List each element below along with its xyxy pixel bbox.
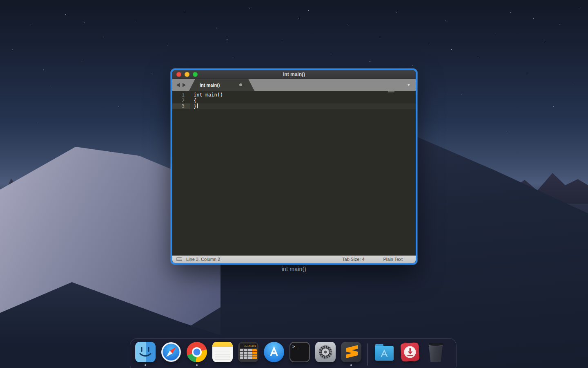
sublime-window: int main() int main() ▼ 1int main() 2{ 3… xyxy=(171,69,417,265)
window-titlebar[interactable]: int main() xyxy=(172,70,416,79)
tab-size-label[interactable]: Tab Size: 4 xyxy=(342,257,364,262)
trash-icon xyxy=(428,343,443,362)
terminal-icon: >_ xyxy=(290,342,310,362)
safari-icon xyxy=(161,342,181,362)
code-text: { xyxy=(194,98,196,103)
dock-safari[interactable] xyxy=(161,342,181,362)
stars xyxy=(0,0,0,0)
dock-sublime-text[interactable] xyxy=(341,342,361,362)
calculator-display: 3.141593 xyxy=(240,343,257,348)
notes-icon xyxy=(212,342,233,362)
tab-overflow-icon[interactable]: ▼ xyxy=(407,83,411,87)
gear-icon xyxy=(315,342,336,362)
close-button[interactable] xyxy=(176,72,181,77)
dock-chrome[interactable] xyxy=(187,342,207,362)
cursor-position-label: Line 3, Column 2 xyxy=(186,257,220,262)
calculator-keys xyxy=(240,349,257,360)
dock-separator xyxy=(368,343,368,366)
window-title: int main() xyxy=(283,72,305,77)
sublime-text-icon xyxy=(341,342,361,362)
dock-notes[interactable] xyxy=(212,342,233,362)
tab-bar: int main() ▼ xyxy=(172,79,416,91)
code-text: } xyxy=(194,103,196,109)
syntax-label[interactable]: Plain Text xyxy=(383,257,403,262)
back-arrow-icon[interactable] xyxy=(176,83,180,87)
text-cursor xyxy=(197,103,198,108)
stars-bright xyxy=(0,0,1,1)
minimize-button[interactable] xyxy=(185,72,189,77)
calculator-icon: 3.141593 xyxy=(238,342,258,362)
dock-system-preferences[interactable] xyxy=(315,342,336,362)
dock-downloads[interactable] xyxy=(400,342,420,362)
dock-finder[interactable] xyxy=(135,342,156,362)
modified-indicator-icon xyxy=(239,83,242,86)
dock-applications-folder[interactable] xyxy=(374,342,394,362)
show-panel-icon[interactable] xyxy=(176,257,182,261)
dock-calculator[interactable]: 3.141593 xyxy=(238,342,258,362)
app-store-icon xyxy=(264,342,284,362)
code-line[interactable]: 2{ xyxy=(172,98,416,103)
dock: 3.141593 >_ xyxy=(130,338,457,368)
chrome-icon xyxy=(187,342,207,362)
editor[interactable]: 1int main() 2{ 3} xyxy=(172,91,416,256)
mountains-right xyxy=(461,163,588,204)
finder-icon xyxy=(135,342,156,362)
dock-app-store[interactable] xyxy=(264,342,284,362)
download-arrow-icon xyxy=(404,346,416,358)
code-text: int main() xyxy=(194,92,223,98)
line-number: 2 xyxy=(172,98,190,103)
terminal-prompt: >_ xyxy=(292,344,298,349)
scrollbar-thumb[interactable] xyxy=(388,91,394,92)
window-caption: int main() xyxy=(171,266,417,272)
zoom-button[interactable] xyxy=(193,72,198,77)
code-line-current[interactable]: 3} xyxy=(172,103,416,109)
tab-int-main[interactable]: int main() xyxy=(189,79,254,91)
line-number: 3 xyxy=(172,103,190,109)
status-bar: Line 3, Column 2 Tab Size: 4 Plain Text xyxy=(172,256,416,263)
tab-nav-arrows xyxy=(172,79,189,91)
forward-arrow-icon[interactable] xyxy=(183,83,186,87)
line-number: 1 xyxy=(172,92,190,98)
dock-trash[interactable] xyxy=(425,342,446,362)
code-line[interactable]: 1int main() xyxy=(172,92,416,98)
dock-terminal[interactable]: >_ xyxy=(290,342,310,362)
traffic-lights xyxy=(176,70,198,79)
tab-label: int main() xyxy=(200,83,220,88)
